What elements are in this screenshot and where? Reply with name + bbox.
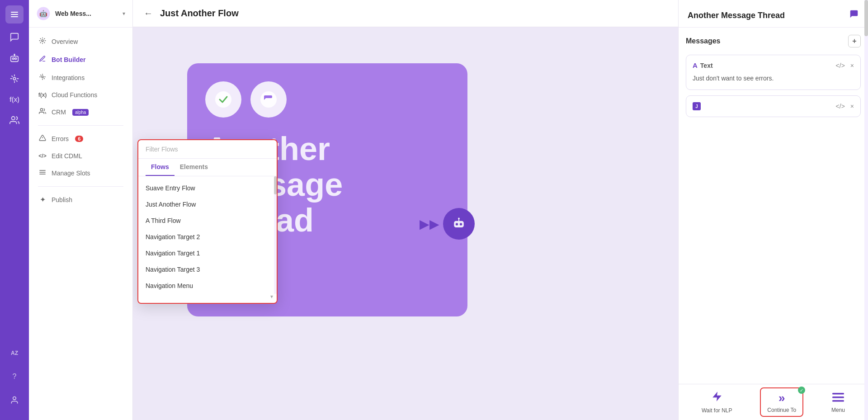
panel-scroll-thumb[interactable]	[864, 0, 868, 36]
flow-item-suave-entry-flow[interactable]: Suave Entry Flow	[138, 180, 277, 196]
chat-circle-icon	[250, 81, 287, 118]
second-card-actions: </> ×	[836, 103, 854, 110]
sidebar-item-cloud-functions[interactable]: f(x) Cloud Functions	[33, 87, 129, 103]
edit-cdml-icon: </>	[38, 153, 47, 159]
second-message-card: J </> ×	[686, 95, 861, 117]
sidebar-item-bot-builder-label: Bot Builder	[52, 56, 85, 63]
second-card-blue-square: J	[693, 102, 701, 110]
hamburger-icon[interactable]	[5, 5, 24, 24]
sidebar-nav: Overview Bot Builder Integrations f(x) C…	[29, 28, 132, 213]
integrations-icon[interactable]	[5, 70, 24, 88]
continue-to-action[interactable]: ✓ » Continue To	[760, 387, 803, 417]
page-title: Just Another Flow	[160, 8, 239, 19]
svg-rect-0	[11, 12, 18, 13]
svg-point-23	[458, 218, 460, 220]
sidebar-item-integrations[interactable]: Integrations	[33, 69, 129, 86]
message-text-content: Just don't want to see errors.	[693, 74, 854, 83]
sidebar-item-bot-builder[interactable]: Bot Builder	[33, 51, 129, 68]
sidebar-item-manage-slots[interactable]: Manage Slots	[33, 165, 129, 182]
sidebar-divider-1	[38, 125, 123, 126]
tab-flows[interactable]: Flows	[146, 159, 175, 176]
flow-list-scroll-thumb[interactable]	[274, 176, 277, 194]
help-icon[interactable]: ?	[5, 368, 24, 386]
svg-point-21	[456, 223, 458, 225]
svg-point-6	[14, 54, 15, 55]
flow-item-just-another-flow[interactable]: Just Another Flow	[138, 196, 277, 212]
sidebar-item-publish[interactable]: ✦ Publish	[33, 191, 129, 208]
language-icon[interactable]: AZ	[5, 344, 24, 362]
code-icon[interactable]: </>	[836, 62, 845, 69]
bottom-action-bar: Wait for NLP ✓ » Continue To Menu	[679, 384, 868, 420]
svg-rect-25	[832, 396, 844, 398]
svg-rect-2	[11, 16, 18, 17]
messages-icon[interactable]	[5, 28, 24, 46]
crm-sidebar-icon	[38, 108, 47, 117]
check-circle-icon	[205, 81, 241, 118]
flow-item-navigation-target-1[interactable]: Navigation Target 1	[138, 245, 277, 261]
sidebar-item-publish-label: Publish	[52, 196, 72, 203]
sidebar-divider-2	[38, 186, 123, 187]
errors-badge: 6	[75, 136, 83, 142]
flow-item-navigation-target-3[interactable]: Navigation Target 3	[138, 261, 277, 278]
svg-point-7	[13, 77, 16, 80]
flow-item-navigation-target-2[interactable]: Navigation Target 2	[138, 229, 277, 245]
user-icon[interactable]	[5, 391, 24, 409]
message-type-label: A Text	[693, 61, 713, 69]
menu-label: Menu	[831, 407, 845, 413]
svg-rect-1	[11, 14, 18, 15]
wait-for-nlp-action[interactable]: Wait for NLP	[702, 391, 732, 414]
flow-dropdown-bottom: ▾	[138, 294, 277, 303]
overview-icon	[38, 37, 47, 46]
sidebar-title: Web Mess...	[55, 10, 118, 17]
menu-action[interactable]: Menu	[831, 391, 845, 413]
continue-to-icon: »	[778, 391, 785, 405]
flow-dropdown: Flows Elements Suave Entry Flow Just Ano…	[137, 139, 278, 304]
svg-point-22	[460, 223, 462, 225]
flow-item-a-third-flow[interactable]: A Third Flow	[138, 212, 277, 229]
bot-icon[interactable]	[5, 49, 24, 67]
filter-flows-input[interactable]	[138, 140, 277, 159]
bot-arrow-area: ▶▶	[420, 208, 475, 240]
sidebar-item-crm-label: CRM	[52, 109, 66, 116]
functions-icon[interactable]: f(x)	[5, 90, 24, 109]
svg-point-12	[42, 40, 43, 42]
sidebar-logo: 🤖	[36, 6, 51, 21]
icon-bar: f(x) AZ ?	[0, 0, 29, 420]
back-button[interactable]: ←	[144, 8, 153, 19]
tab-elements[interactable]: Elements	[175, 159, 213, 176]
flow-item-navigation-menu[interactable]: Navigation Menu	[138, 278, 277, 294]
panel-chat-icon	[849, 9, 859, 22]
text-type-icon: A	[693, 61, 698, 69]
sidebar-header: 🤖 Web Mess... ▾	[29, 0, 132, 28]
sidebar-item-overview-label: Overview	[52, 38, 78, 45]
second-close-icon[interactable]: ×	[850, 103, 854, 110]
panel-scrollbar[interactable]	[864, 0, 868, 420]
sidebar-item-overview[interactable]: Overview	[33, 33, 129, 50]
close-icon[interactable]: ×	[850, 62, 854, 69]
svg-point-18	[260, 91, 277, 108]
text-type-label: Text	[700, 62, 713, 69]
messages-section: Messages + A Text </> × Just don't want …	[679, 28, 868, 384]
svg-point-14	[40, 109, 42, 111]
wait-for-nlp-icon	[711, 391, 723, 406]
second-code-icon[interactable]: </>	[836, 103, 845, 110]
sidebar-item-integrations-label: Integrations	[52, 74, 85, 81]
svg-rect-3	[11, 56, 19, 61]
errors-icon	[38, 134, 47, 143]
sidebar-item-manage-slots-label: Manage Slots	[52, 170, 90, 177]
sidebar-item-errors[interactable]: Errors 6	[33, 130, 129, 147]
sidebar-item-edit-cdml[interactable]: </> Edit CDML	[33, 148, 129, 164]
flow-tabs: Flows Elements	[138, 159, 277, 176]
add-message-button[interactable]: +	[848, 35, 861, 47]
dropdown-chevron-icon[interactable]: ▾	[123, 10, 125, 17]
bot-avatar[interactable]	[443, 208, 475, 240]
canvas: AnotherMessageThread ▶▶ Flows Elem	[133, 27, 678, 420]
scroll-down-icon: ▾	[270, 293, 273, 300]
menu-icon	[832, 391, 844, 405]
continue-to-check-badge: ✓	[798, 387, 805, 394]
flow-list: Suave Entry Flow Just Another Flow A Thi…	[138, 176, 277, 294]
sidebar-item-crm[interactable]: CRM alpha	[33, 104, 129, 121]
manage-slots-icon	[38, 169, 47, 178]
right-panel-title: Another Message Thread	[688, 11, 785, 20]
crm-icon[interactable]	[5, 111, 24, 129]
